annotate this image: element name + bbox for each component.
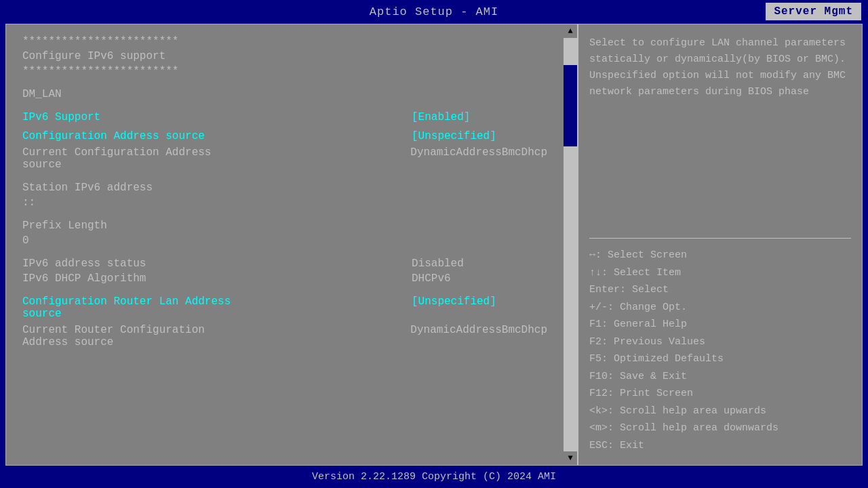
app-title: Aptio Setup - AMI: [370, 5, 498, 18]
ipv6-dhcp-value: DHCPv6: [412, 272, 547, 285]
key-scroll-up: <k>: Scroll help area upwards: [589, 403, 851, 420]
key-enter: Enter: Select: [589, 281, 851, 299]
config-address-source-value: [Unspecified]: [412, 130, 547, 144]
footer-text: Version 2.22.1289 Copyright (C) 2024 AMI: [312, 471, 556, 483]
key-label: ↑↓: Select Item: [589, 267, 681, 279]
key-help-section: ↔: Select Screen ↑↓: Select Item Enter: …: [589, 247, 851, 454]
router-address-source-label: Configuration Router Lan Addresssource: [22, 296, 412, 320]
prefix-length-label: Prefix Length: [22, 220, 547, 232]
key-change-opt: +/-: Change Opt.: [589, 299, 851, 317]
key-label: <m>: Scroll help area downwards: [589, 422, 778, 434]
key-label: F1: General Help: [589, 319, 687, 330]
title-bar: Aptio Setup - AMI Server Mgmt: [0, 0, 868, 24]
ipv6-status-label: IPv6 address status: [22, 258, 412, 270]
ipv6-status-row: IPv6 address status Disabled: [22, 258, 547, 270]
key-label: +/-: Change Opt.: [589, 302, 687, 313]
decorative-line-1: ************************: [22, 35, 547, 47]
help-text: Select to configure LAN channel paramete…: [589, 35, 851, 230]
current-router-config-label: Current Router ConfigurationAddress sour…: [22, 324, 410, 348]
dm-lan-label: DM_LAN: [22, 88, 547, 100]
ipv6-status-value: Disabled: [412, 258, 547, 270]
key-select-item: ↑↓: Select Item: [589, 264, 851, 282]
divider: [589, 238, 851, 239]
scrollbar[interactable]: ▲ ▼: [564, 24, 577, 465]
prefix-length-value: 0: [22, 235, 547, 247]
key-f12: F12: Print Screen: [589, 385, 851, 403]
key-esc: ESC: Exit: [589, 437, 851, 455]
current-config-address-row: Current Configuration Addresssource Dyna…: [22, 146, 547, 171]
key-label: F2: Previous Values: [589, 336, 705, 348]
key-f10: F10: Save & Exit: [589, 368, 851, 386]
current-router-config-row: Current Router ConfigurationAddress sour…: [22, 324, 547, 348]
key-label: Enter: Select: [589, 284, 669, 296]
decorative-line-2: ************************: [22, 65, 547, 77]
router-address-source-row[interactable]: Configuration Router Lan Addresssource […: [22, 296, 547, 321]
current-router-config-value: DynamicAddressBmcDhcp: [410, 324, 547, 348]
section-label: Configure IPv6 support: [22, 50, 547, 62]
key-label: F5: Optimized Defaults: [589, 353, 724, 365]
main-area: ************************ Configure IPv6 …: [5, 24, 863, 466]
ipv6-support-label: IPv6 Support: [22, 111, 412, 123]
right-panel: Select to configure LAN channel paramete…: [577, 24, 862, 465]
current-tab[interactable]: Server Mgmt: [766, 3, 861, 20]
key-label: ↔: Select Screen: [589, 249, 687, 261]
scroll-thumb[interactable]: [564, 65, 577, 146]
key-select-screen: ↔: Select Screen: [589, 247, 851, 264]
scroll-track: [564, 38, 577, 451]
station-ipv6-value: ::: [22, 197, 547, 209]
key-f1: F1: General Help: [589, 316, 851, 333]
config-address-source-label: Configuration Address source: [22, 130, 412, 142]
key-label: ESC: Exit: [589, 440, 644, 451]
key-scroll-down: <m>: Scroll help area downwards: [589, 420, 851, 437]
current-config-address-value: DynamicAddressBmcDhcp: [410, 146, 547, 171]
ipv6-dhcp-row: IPv6 DHCP Algorithm DHCPv6: [22, 272, 547, 285]
ipv6-dhcp-label: IPv6 DHCP Algorithm: [22, 272, 412, 285]
key-label: F10: Save & Exit: [589, 371, 687, 382]
key-label: <k>: Scroll help area upwards: [589, 405, 766, 417]
config-address-source-row[interactable]: Configuration Address source [Unspecifie…: [22, 130, 547, 144]
station-ipv6-label: Station IPv6 address: [22, 182, 547, 194]
ipv6-support-row[interactable]: IPv6 Support [Enabled]: [22, 111, 547, 125]
scroll-up-arrow[interactable]: ▲: [564, 24, 577, 38]
current-config-address-label: Current Configuration Addresssource: [22, 146, 410, 171]
router-address-source-value: [Unspecified]: [412, 296, 547, 321]
footer: Version 2.22.1289 Copyright (C) 2024 AMI: [0, 466, 868, 488]
scroll-down-arrow[interactable]: ▼: [564, 451, 577, 465]
key-f2: F2: Previous Values: [589, 333, 851, 351]
ipv6-support-value: [Enabled]: [412, 111, 547, 125]
key-f5: F5: Optimized Defaults: [589, 350, 851, 368]
key-label: F12: Print Screen: [589, 388, 693, 399]
left-panel: ************************ Configure IPv6 …: [6, 24, 564, 465]
